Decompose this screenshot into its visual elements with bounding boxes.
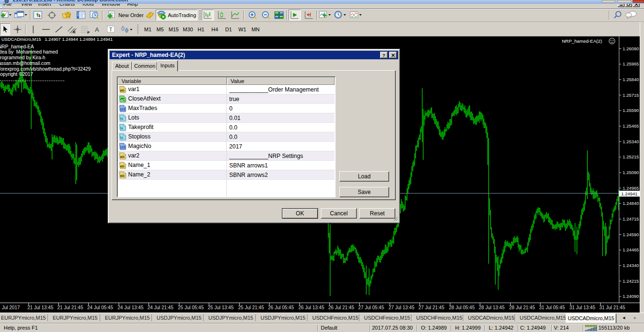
svg-text:1.24941: 1.24941: [621, 191, 637, 196]
svg-text:USDCADmicro,M15 1.24907 1.24: USDCADmicro,M15 1.24907 1.24944 1.24894 …: [1, 37, 113, 42]
svg-text:ab: ab: [120, 174, 124, 178]
svg-text:?: ?: [383, 53, 385, 57]
svg-text:1.24715: 1.24715: [623, 216, 639, 221]
svg-text:NRP_hamed-EA(2): NRP_hamed-EA(2): [562, 38, 602, 44]
svg-text:1.24465: 1.24465: [623, 247, 639, 252]
svg-text:NRP_hamed-EA: NRP_hamed-EA: [0, 44, 34, 49]
svg-text:ab: ab: [120, 155, 124, 159]
svg-text:1.24840: 1.24840: [623, 201, 639, 206]
svg-text:1.25840: 1.25840: [623, 77, 639, 82]
svg-text:1.25965: 1.25965: [623, 61, 639, 66]
svg-text:ab: ab: [120, 88, 124, 92]
svg-text:1.24090: 1.24090: [623, 294, 639, 299]
svg-text:1.24340: 1.24340: [623, 263, 639, 268]
svg-text:1.24215: 1.24215: [623, 278, 639, 284]
svg-text:1.24590: 1.24590: [623, 232, 639, 237]
svg-text:1.26090: 1.26090: [623, 46, 639, 51]
svg-text:E: E: [73, 30, 76, 34]
svg-text:1.25090: 1.25090: [623, 170, 639, 175]
svg-text:Copyright ©2017: Copyright ©2017: [0, 72, 33, 77]
svg-text:½: ½: [120, 117, 123, 121]
svg-text:1.24965: 1.24965: [623, 185, 639, 191]
svg-text:1.25715: 1.25715: [623, 92, 639, 98]
svg-text:forexprog.com/vb/showthread.ph: forexprog.com/vb/showthread.php?t=32429: [0, 66, 91, 72]
svg-text:1.25215: 1.25215: [623, 154, 639, 159]
svg-text:A: A: [95, 26, 99, 33]
svg-text:hassan.mb@hotmail.com: hassan.mb@hotmail.com: [0, 61, 50, 66]
svg-text:½: ½: [120, 126, 123, 130]
svg-text:½: ½: [120, 136, 123, 140]
svg-text:1.25340: 1.25340: [623, 139, 639, 144]
svg-text:Programmed by Kira-h: Programmed by Kira-h: [0, 55, 45, 60]
svg-text:F: F: [87, 30, 90, 34]
svg-text:T: T: [109, 27, 112, 32]
svg-text:123: 123: [120, 146, 125, 149]
svg-text:1.25465: 1.25465: [623, 123, 639, 129]
svg-text:123: 123: [120, 108, 125, 111]
svg-text:Idea by Mohammed hamed: Idea by Mohammed hamed: [0, 49, 58, 55]
svg-text:ab: ab: [120, 164, 124, 168]
svg-text:1.25590: 1.25590: [623, 108, 639, 113]
